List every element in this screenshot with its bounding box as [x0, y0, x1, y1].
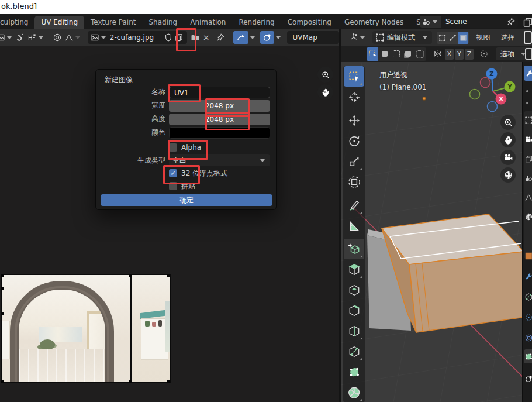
props-tab-viewlayer[interactable] — [524, 154, 532, 163]
name-input[interactable]: UV1 — [169, 87, 270, 98]
props-tab-tool[interactable] — [524, 66, 532, 81]
tab-uv-editing[interactable]: UV Editing — [34, 16, 84, 29]
viewport-editor-type-button[interactable] — [348, 31, 368, 44]
color-swatch[interactable] — [169, 127, 270, 139]
lasso-select-button[interactable] — [402, 47, 414, 61]
tab-shading[interactable]: Shading — [142, 16, 184, 29]
box-select-button[interactable] — [378, 47, 390, 61]
viewport-ortho-button[interactable] — [500, 167, 516, 183]
tab-texture-paint[interactable]: Texture Paint — [84, 16, 142, 29]
zoom-in-overlay-button[interactable] — [317, 67, 333, 83]
tool-measure[interactable] — [344, 215, 364, 236]
viewport-3d[interactable]: Z Y X 用户透视 (1) Plane.001 ‹ — [341, 62, 532, 402]
tool-inset[interactable] — [344, 280, 364, 300]
props-tab-output[interactable] — [524, 135, 532, 144]
proportional-edit-button[interactable] — [26, 31, 46, 44]
tool-transform[interactable] — [344, 171, 364, 192]
tool-scale[interactable] — [344, 151, 364, 171]
viewport-zoom-button[interactable] — [500, 115, 516, 130]
shield-fake-user-icon[interactable] — [164, 33, 173, 42]
tab-geometry-nodes[interactable]: Geometry Nodes — [338, 16, 410, 29]
pin-icon[interactable] — [506, 17, 516, 26]
viewport-pan-button[interactable] — [500, 132, 516, 147]
scene-name-value[interactable]: Scene — [441, 18, 506, 26]
circle-select-button[interactable] — [391, 47, 402, 61]
viewport-camera-button[interactable] — [500, 150, 516, 165]
tool-poly-build[interactable] — [344, 362, 364, 382]
uv-vertex[interactable] — [1, 312, 4, 315]
menu-view[interactable]: 视图 — [471, 33, 496, 43]
ok-button[interactable]: 确定 — [101, 194, 272, 206]
proportional-edit-falloff-button[interactable] — [478, 47, 490, 60]
props-tab-object[interactable] — [524, 252, 532, 260]
props-tab-physics[interactable] — [524, 313, 532, 322]
new-image-button[interactable] — [173, 31, 185, 44]
float-checkbox[interactable]: ✓ — [169, 169, 177, 177]
tool-annotate[interactable] — [344, 195, 364, 215]
props-tab-world[interactable] — [524, 193, 532, 202]
tool-cursor[interactable] — [344, 87, 364, 107]
image-name-value[interactable]: 2-cufang.jpg — [108, 33, 164, 42]
props-tab-object-data[interactable] — [524, 352, 532, 361]
width-slider[interactable]: 2048 px — [169, 100, 270, 112]
uv-vertex[interactable] — [1, 274, 4, 277]
falloff-button[interactable] — [63, 31, 83, 44]
scene-selector[interactable]: Scene — [420, 16, 518, 28]
uv-snap-toggle[interactable] — [233, 31, 248, 44]
mode-dropdown[interactable]: 编辑模式 — [372, 31, 432, 44]
props-tab-material[interactable] — [524, 374, 532, 383]
props-tab-modifiers[interactable] — [524, 272, 532, 281]
uv-vertex[interactable] — [1, 380, 4, 383]
props-tab-constraints[interactable] — [524, 334, 532, 342]
pan-hand-overlay-button[interactable] — [317, 84, 333, 100]
mirror-x-button[interactable] — [432, 47, 444, 60]
tab-compositing[interactable]: Compositing — [281, 16, 338, 29]
tool-rotate[interactable] — [344, 130, 364, 151]
new-scene-button-partial[interactable] — [522, 16, 532, 28]
menu-select[interactable]: 选择 — [496, 33, 520, 43]
snap-target-button[interactable] — [51, 31, 63, 44]
edge-select-button[interactable] — [447, 32, 458, 44]
uv-vertex[interactable] — [129, 274, 132, 277]
tool-select-box[interactable] — [344, 66, 364, 87]
pin-button[interactable] — [215, 31, 226, 44]
vertex-select-button[interactable] — [437, 32, 447, 44]
scene-browse-button[interactable] — [420, 16, 441, 28]
tool-extrude[interactable] — [344, 259, 364, 280]
tiled-checkbox[interactable] — [169, 182, 177, 190]
uv-vertex[interactable] — [1, 287, 4, 290]
uv-overlay-toggle[interactable] — [260, 31, 274, 44]
tweak-select-button[interactable] — [367, 47, 378, 61]
tool-spin[interactable] — [344, 382, 364, 402]
open-image-button[interactable] — [189, 31, 201, 44]
tool-bevel[interactable] — [344, 300, 364, 321]
uvmap-field[interactable]: UVMap — [287, 31, 339, 44]
uv-image-preview[interactable] — [1, 274, 171, 383]
uv-vertex[interactable] — [129, 380, 132, 383]
mirror-y-axis-button[interactable]: Y — [455, 49, 464, 60]
props-tab-scene[interactable] — [524, 174, 532, 183]
face-select-button[interactable] — [458, 32, 468, 44]
mirror-x-axis-button[interactable]: X — [445, 49, 454, 60]
tool-move[interactable] — [344, 110, 364, 130]
uv-vertex[interactable] — [167, 380, 170, 383]
uv-editor-type-button[interactable] — [0, 31, 15, 44]
tab-rendering[interactable]: Rendering — [232, 16, 281, 29]
height-slider[interactable]: 2048 px — [169, 114, 270, 125]
tab-sculpting-partial[interactable]: culpting — [0, 16, 34, 29]
props-tab-particles[interactable] — [524, 293, 532, 301]
image-datablock-field[interactable]: 2-cufang.jpg — [88, 31, 187, 44]
tool-knife[interactable] — [344, 341, 364, 362]
snap-magnet-button[interactable] — [15, 31, 26, 44]
alpha-checkbox[interactable] — [169, 143, 177, 152]
mirror-z-axis-button[interactable]: Z — [465, 49, 474, 60]
uv-vertex[interactable] — [167, 274, 170, 277]
select-extra-button[interactable] — [414, 47, 426, 61]
unlink-image-button[interactable]: × — [201, 31, 211, 44]
tool-loop-cut[interactable] — [344, 321, 364, 341]
props-tab-world-globe[interactable] — [524, 212, 532, 221]
props-tab-render[interactable] — [524, 116, 532, 125]
tab-animation[interactable]: Animation — [184, 16, 232, 29]
generated-type-dropdown[interactable]: 空白 — [169, 154, 270, 166]
tool-add-cube[interactable] — [344, 239, 364, 259]
